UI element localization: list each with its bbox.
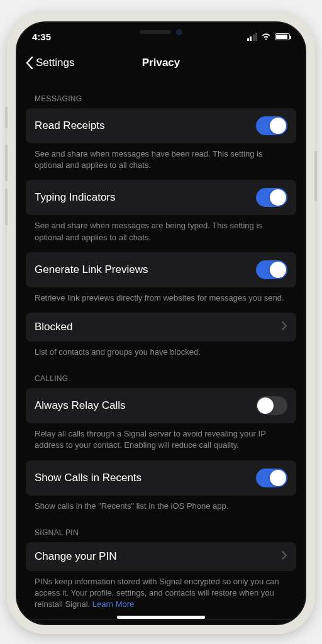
toggle-read-receipts[interactable] bbox=[256, 116, 287, 135]
row-link-previews[interactable]: Generate Link Previews bbox=[26, 252, 296, 287]
section-header-signal-pin: Signal PIN bbox=[26, 512, 296, 542]
row-typing-indicators[interactable]: Typing Indicators bbox=[26, 180, 296, 215]
row-label: Generate Link Previews bbox=[35, 264, 148, 276]
wifi-icon bbox=[261, 31, 271, 42]
battery-icon bbox=[275, 33, 290, 40]
row-label: Show Calls in Recents bbox=[35, 472, 142, 484]
cellular-signal-icon bbox=[247, 33, 258, 41]
row-read-receipts[interactable]: Read Receipts bbox=[26, 108, 296, 143]
learn-more-link[interactable]: Learn More bbox=[92, 599, 134, 609]
toggle-relay-calls[interactable] bbox=[256, 396, 287, 415]
row-desc: Show calls in the "Recents" list in the … bbox=[26, 496, 296, 512]
row-desc: See and share when messages are being ty… bbox=[26, 215, 296, 243]
back-button[interactable]: Settings bbox=[26, 57, 74, 69]
chevron-right-icon bbox=[282, 551, 287, 562]
desc-text: PINs keep information stored with Signal… bbox=[35, 577, 279, 609]
toggle-show-recents[interactable] bbox=[256, 469, 287, 487]
row-pin-reminders[interactable]: PIN Reminders bbox=[26, 619, 296, 620]
navigation-bar: Settings Privacy bbox=[17, 50, 305, 78]
section-header-messaging: Messaging bbox=[26, 78, 296, 108]
home-indicator[interactable] bbox=[117, 616, 205, 619]
chevron-left-icon bbox=[26, 57, 33, 69]
status-time: 4:35 bbox=[32, 31, 51, 42]
row-relay-calls[interactable]: Always Relay Calls bbox=[26, 388, 296, 423]
row-change-pin[interactable]: Change your PIN bbox=[26, 542, 296, 571]
toggle-link-previews[interactable] bbox=[256, 260, 287, 279]
row-label: Always Relay Calls bbox=[35, 399, 126, 412]
row-desc: Relay all calls through a Signal server … bbox=[26, 423, 296, 451]
section-header-calling: Calling bbox=[26, 358, 296, 388]
row-show-recents[interactable]: Show Calls in Recents bbox=[26, 460, 296, 496]
row-label: Read Receipts bbox=[35, 119, 105, 132]
back-label: Settings bbox=[36, 57, 74, 69]
row-desc: List of contacts and groups you have blo… bbox=[26, 341, 296, 358]
chevron-right-icon bbox=[282, 321, 287, 333]
row-label: Blocked bbox=[35, 321, 72, 333]
row-desc: See and share when messages have been re… bbox=[26, 143, 296, 171]
row-blocked[interactable]: Blocked bbox=[26, 313, 296, 341]
row-desc: PINs keep information stored with Signal… bbox=[26, 571, 296, 611]
row-desc: Retrieve link previews directly from web… bbox=[26, 287, 296, 304]
row-label: Change your PIN bbox=[35, 550, 116, 563]
row-label: Typing Indicators bbox=[35, 191, 116, 204]
toggle-typing-indicators[interactable] bbox=[256, 188, 287, 207]
